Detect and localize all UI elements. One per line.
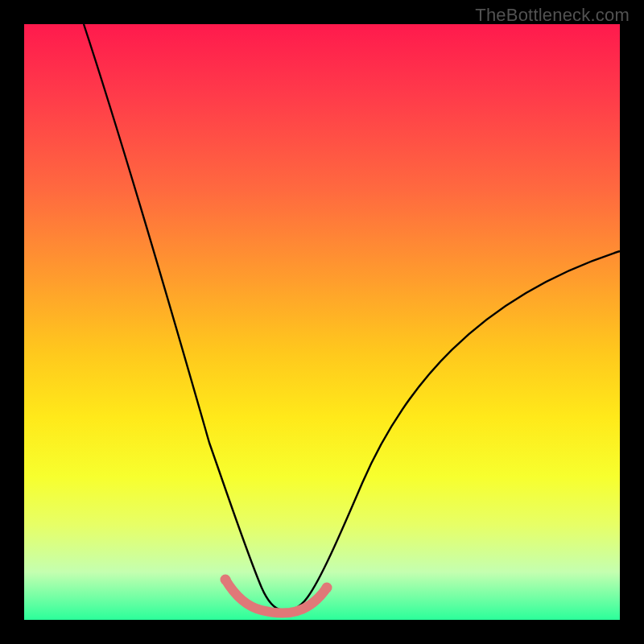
band-cap-left [221,575,231,585]
band-cap-right [322,583,332,593]
bottleneck-curve [84,24,620,610]
tolerance-band [225,580,327,613]
chart-frame: TheBottleneck.com [0,0,644,644]
chart-svg [24,24,620,620]
plot-area [24,24,620,620]
watermark-text: TheBottleneck.com [475,5,630,26]
